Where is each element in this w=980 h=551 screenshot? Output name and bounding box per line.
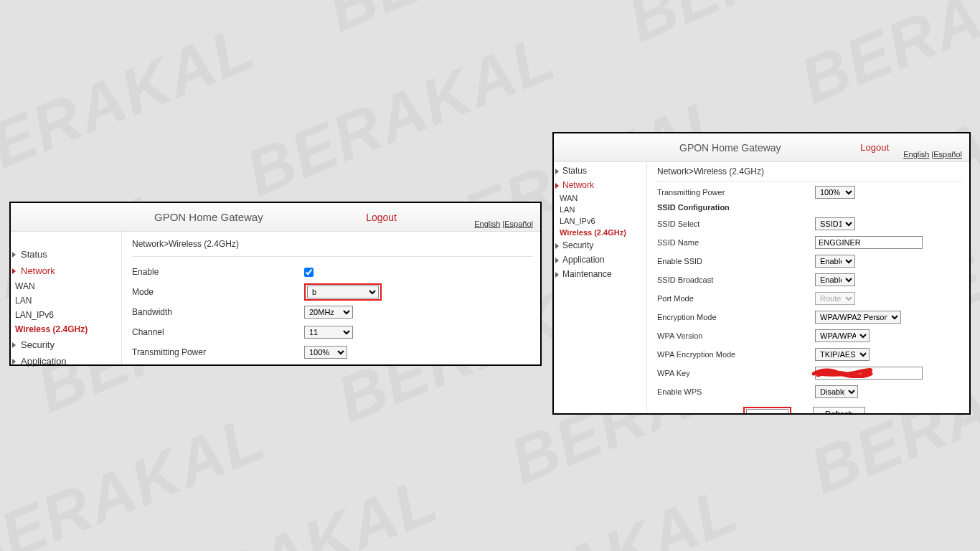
channel-label: Channel [132, 327, 304, 337]
lang-espanol[interactable]: Español [504, 220, 533, 228]
port-mode-label: Port Mode [657, 294, 815, 303]
sidebar-item-status[interactable]: Status [11, 246, 121, 263]
ssid-select[interactable]: SSID1 [815, 217, 855, 230]
header: GPON Home Gateway Logout English |Españo… [554, 133, 969, 162]
txpower-label: Transmitting Power [132, 347, 304, 357]
enable-label: Enable [132, 267, 304, 277]
sidebar-item-network[interactable]: Network [11, 263, 121, 279]
ssid-select-label: SSID Select [657, 220, 815, 228]
txpower-select[interactable]: 100% [304, 346, 347, 359]
divider [657, 181, 962, 182]
wpa-enc-select[interactable]: TKIP/AES [815, 348, 870, 361]
enable-checkbox[interactable] [304, 268, 314, 277]
wpa-key-label: WPA Key [657, 369, 815, 377]
header: GPON Home Gateway Logout English |Españo… [11, 203, 540, 232]
sidebar-item-application[interactable]: Application [11, 353, 121, 369]
breadcrumb: Network>Wireless (2.4GHz) [657, 165, 962, 181]
language-links: English |Español [903, 150, 962, 159]
sidebar-item-wan[interactable]: WAN [11, 279, 121, 293]
bandwidth-label: Bandwidth [132, 307, 304, 317]
txpower-select[interactable]: 100% [815, 186, 855, 199]
sidebar-item-wireless[interactable]: Wireless (2.4GHz) [554, 227, 646, 238]
txpower-label: Transmitting Power [657, 188, 815, 197]
sidebar: Status Network WAN LAN LAN_IPv6 Wireless… [11, 232, 122, 364]
sidebar-item-maintenance[interactable]: Maintenance [554, 267, 646, 281]
sidebar-item-wireless[interactable]: Wireless (2.4GHz) [11, 322, 121, 336]
sidebar-item-lan[interactable]: LAN [554, 204, 646, 215]
wps-select[interactable]: Disable [815, 385, 858, 398]
port-mode-select: Route [815, 292, 855, 305]
sidebar: Status Network WAN LAN LAN_IPv6 Wireless… [554, 162, 647, 413]
wps-label: Enable WPS [657, 387, 815, 396]
wpa-key-redacted [815, 367, 923, 380]
enable-ssid-select[interactable]: Enable [815, 255, 855, 268]
ssid-name-input[interactable] [815, 236, 923, 249]
sidebar-item-lan[interactable]: LAN [11, 293, 121, 308]
broadcast-label: SSID Broadcast [657, 276, 815, 284]
logout-link[interactable]: Logout [366, 212, 397, 223]
broadcast-select[interactable]: Enable [815, 273, 855, 286]
wpa-version-select[interactable]: WPA/WPA2 [815, 329, 870, 342]
wpa-enc-label: WPA Encryption Mode [657, 350, 815, 359]
lang-english[interactable]: English [903, 150, 929, 159]
refresh-button[interactable]: Refresh [813, 407, 865, 413]
enable-ssid-label: Enable SSID [657, 257, 815, 265]
bandwidth-select[interactable]: 20MHz [304, 306, 353, 319]
divider [132, 256, 533, 257]
page-title: GPON Home Gateway [679, 142, 781, 154]
sidebar-item-network[interactable]: Network [554, 178, 646, 192]
mode-label: Mode [132, 287, 304, 297]
ssid-config-heading: SSID Configuration [657, 203, 962, 212]
sidebar-item-status[interactable]: Status [554, 164, 646, 178]
sidebar-item-security[interactable]: Security [11, 336, 121, 353]
breadcrumb: Network>Wireless (2.4GHz) [132, 235, 533, 256]
language-links: English |Español [474, 220, 533, 228]
sidebar-item-wan[interactable]: WAN [554, 192, 646, 204]
channel-select[interactable]: 11 [304, 326, 353, 339]
content: Network>Wireless (2.4GHz) Enable Mode b … [122, 232, 540, 364]
router-panel-left: GPON Home Gateway Logout English |Españo… [9, 202, 542, 366]
save-button[interactable]: Save [746, 409, 788, 413]
sidebar-item-lan-ipv6[interactable]: LAN_IPv6 [554, 215, 646, 227]
encryption-label: Encryption Mode [657, 313, 815, 321]
wpa-version-label: WPA Version [657, 331, 815, 340]
mode-highlight: b [304, 283, 382, 301]
sidebar-item-application[interactable]: Application [554, 253, 646, 267]
content: Network>Wireless (2.4GHz) Transmitting P… [647, 162, 969, 413]
lang-english[interactable]: English [474, 220, 500, 228]
page-title: GPON Home Gateway [154, 211, 263, 223]
encryption-select[interactable]: WPA/WPA2 Personal [815, 311, 901, 324]
sidebar-item-lan-ipv6[interactable]: LAN_IPv6 [11, 308, 121, 322]
save-highlight: Save [743, 407, 791, 413]
mode-select[interactable]: b [307, 286, 379, 298]
logout-link[interactable]: Logout [860, 142, 889, 153]
router-panel-right: GPON Home Gateway Logout English |Españo… [552, 132, 971, 415]
lang-espanol[interactable]: Español [933, 150, 962, 159]
sidebar-item-security[interactable]: Security [554, 238, 646, 253]
ssid-name-label: SSID Name [657, 238, 815, 247]
